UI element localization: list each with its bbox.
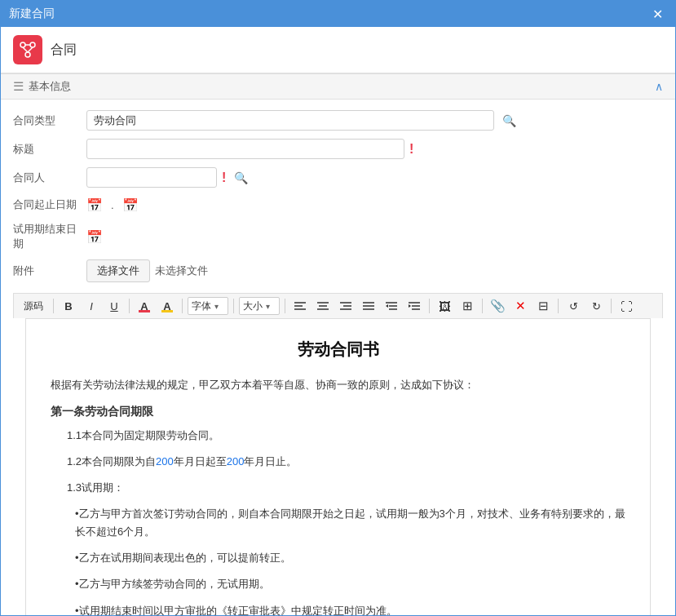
form-row-person: 合同人 ! 🔍 (1, 163, 675, 192)
s1-2-num1: 200 (156, 455, 174, 468)
label-attachment: 附件 (13, 264, 86, 278)
editor-s1-2: 1.2本合同期限为自200年月日起至200年月日止。 (67, 453, 625, 471)
form-row-date-range: 合同起止日期 📅 . 📅 (1, 192, 675, 218)
svg-point-1 (30, 42, 35, 47)
section-label: 基本信息 (29, 79, 71, 94)
editor-s1-3-b1: •乙方与甲方首次签订劳动合同的，则自本合同期限开始之日起，试用期一般为3个月，对… (75, 505, 625, 541)
undo-button[interactable]: ↺ (563, 297, 583, 315)
toolbar-sep-7 (482, 299, 483, 313)
date-probation-picker[interactable]: 📅 (86, 229, 103, 245)
toolbar-sep-1 (53, 299, 54, 313)
value-person: ! 🔍 (86, 167, 663, 188)
app-title: 合同 (51, 42, 77, 59)
svg-point-0 (20, 42, 25, 47)
toolbar-sep-9 (611, 299, 612, 313)
input-person[interactable] (86, 167, 217, 188)
title-bar: 新建合同 ✕ (1, 1, 675, 27)
align-left-button[interactable] (290, 297, 310, 315)
highlight-button[interactable]: A (157, 297, 177, 315)
align-center-button[interactable] (313, 297, 333, 315)
date-separator: . (111, 199, 114, 211)
toolbar-sep-5 (285, 299, 285, 313)
font-size-dropdown[interactable]: 大小 ▾ (239, 297, 280, 315)
insert-button[interactable]: 📎 (488, 297, 507, 315)
editor-s1-3-b4: •试用期结束时间以甲方审批的《转正审批表》中规定转正时间为准。 (75, 602, 625, 616)
italic-button[interactable]: I (82, 297, 101, 315)
table2-button[interactable]: ⊟ (533, 297, 553, 315)
main-window: 新建合同 ✕ 合同 ☰ 基本信息 ∧ 合同类型 (0, 0, 676, 616)
s1-2-num2: 200 (227, 455, 245, 468)
menu-icon: ☰ (13, 79, 24, 94)
s1-2-mid: 年月日起至 (174, 455, 227, 468)
app-icon (13, 35, 42, 64)
form-row-title: 标题 ! (1, 135, 675, 163)
search-contract-type-button[interactable]: 🔍 (499, 111, 519, 131)
editor-toolbar: 源码 B I U A A 字体 ▾ 大小 (13, 293, 663, 318)
form-row-attachment: 附件 选择文件 未选择文件 (1, 255, 675, 286)
svg-point-2 (25, 52, 30, 57)
input-contract-type[interactable] (86, 110, 494, 131)
editor-s1-3-b3: •乙方与甲方续签劳动合同的，无试用期。 (75, 575, 625, 593)
label-person: 合同人 (13, 171, 86, 185)
source-button[interactable]: 源码 (19, 297, 48, 315)
section-header: ☰ 基本信息 ∧ (1, 73, 675, 100)
form-row-probation-date: 试用期结束日期 📅 (1, 218, 675, 255)
editor-section1-title: 第一条劳动合同期限 (51, 402, 625, 422)
font-family-dropdown[interactable]: 字体 ▾ (188, 297, 228, 315)
label-probation-date: 试用期结束日期 (13, 222, 86, 251)
form-row-contract-type: 合同类型 🔍 (1, 106, 675, 135)
underline-button[interactable]: U (104, 297, 124, 315)
align-right-button[interactable] (336, 297, 356, 315)
required-mark-person: ! (222, 171, 226, 185)
svg-marker-25 (409, 304, 411, 308)
svg-line-5 (28, 47, 33, 52)
collapse-button[interactable]: ∧ (655, 80, 663, 93)
bold-button[interactable]: B (59, 297, 78, 315)
image-button[interactable]: 🖼 (435, 297, 454, 315)
form-area: 合同类型 🔍 标题 ! 合同人 ! 🔍 合同起止日期 (1, 100, 675, 293)
indent-more-button[interactable] (404, 297, 424, 315)
window-title: 新建合同 (9, 7, 55, 21)
delete-button[interactable]: ✕ (510, 297, 530, 315)
svg-line-4 (23, 47, 28, 52)
justify-button[interactable] (359, 297, 378, 315)
editor-wrapper: 劳动合同书 根据有关劳动法律法规的规定，甲乙双方本着平等自愿、协商一致的原则，达… (25, 318, 651, 616)
font-color-button[interactable]: A (135, 297, 154, 315)
fullscreen-button[interactable]: ⛶ (616, 297, 636, 315)
section-header-left: ☰ 基本信息 (13, 79, 71, 94)
file-name-display: 未选择文件 (155, 264, 208, 278)
choose-file-button[interactable]: 选择文件 (86, 259, 150, 282)
indent-less-button[interactable] (382, 297, 401, 315)
close-button[interactable]: ✕ (647, 4, 667, 24)
search-person-button[interactable]: 🔍 (231, 168, 250, 188)
toolbar-sep-4 (233, 299, 234, 313)
label-date-range: 合同起止日期 (13, 197, 86, 212)
toolbar-sep-2 (129, 299, 130, 313)
editor-s1-3-b2: •乙方在试用期间表现出色的，可以提前转正。 (75, 549, 625, 567)
title-bar-left: 新建合同 (9, 7, 55, 21)
editor-s1-3: 1.3试用期： (67, 479, 625, 497)
editor-s1-1: 1.1本合同为固定期限劳动合同。 (67, 427, 625, 445)
editor-content[interactable]: 劳动合同书 根据有关劳动法律法规的规定，甲乙双方本着平等自愿、协商一致的原则，达… (26, 319, 650, 616)
app-header: 合同 (1, 27, 675, 73)
date-end-picker[interactable]: 📅 (122, 197, 139, 213)
svg-marker-21 (386, 304, 388, 308)
input-title[interactable] (86, 139, 404, 159)
label-title: 标题 (13, 142, 86, 157)
value-contract-type: 🔍 (86, 110, 663, 131)
value-attachment: 选择文件 未选择文件 (86, 259, 663, 282)
s1-2-post: 年月日止。 (244, 455, 297, 468)
required-mark-title: ! (409, 142, 413, 157)
editor-intro: 根据有关劳动法律法规的规定，甲乙双方本着平等自愿、协商一致的原则，达成如下协议： (51, 376, 625, 394)
toolbar-sep-8 (558, 299, 559, 313)
value-probation-date: 📅 (86, 229, 663, 245)
date-start-picker[interactable]: 📅 (86, 197, 103, 213)
s1-2-pre: 1.2本合同期限为自 (67, 455, 156, 468)
table-button[interactable]: ⊞ (457, 297, 477, 315)
value-date-range: 📅 . 📅 (86, 197, 663, 213)
toolbar-sep-3 (182, 299, 183, 313)
label-contract-type: 合同类型 (13, 113, 86, 128)
toolbar-sep-6 (429, 299, 430, 313)
editor-doc-title: 劳动合同书 (51, 335, 625, 363)
redo-button[interactable]: ↻ (586, 297, 606, 315)
